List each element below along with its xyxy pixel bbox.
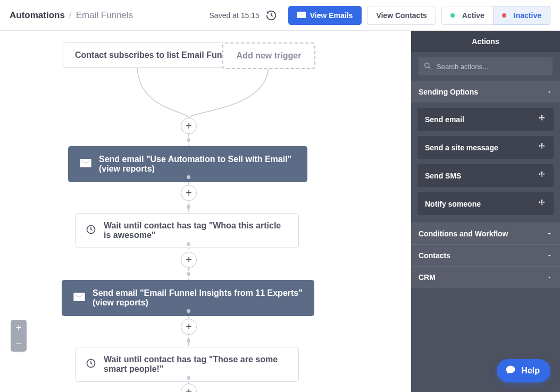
drag-handle-icon bbox=[538, 114, 546, 124]
clock-icon bbox=[86, 358, 96, 371]
add-trigger-label: Add new trigger bbox=[237, 51, 302, 60]
view-contacts-label: View Contacts bbox=[376, 11, 427, 20]
chat-icon bbox=[505, 364, 516, 377]
saved-text: Saved at 15:15 bbox=[210, 11, 260, 20]
connector-dot bbox=[187, 205, 190, 209]
view-emails-button[interactable]: View Emails bbox=[288, 6, 362, 25]
connector-dot bbox=[187, 175, 190, 179]
status-inactive-button[interactable]: Inactive bbox=[494, 6, 550, 25]
add-step-button[interactable]: + bbox=[181, 118, 197, 134]
breadcrumb-separator: / bbox=[69, 10, 72, 21]
zoom-out-button[interactable]: − bbox=[11, 336, 27, 352]
accordion-header-conditions[interactable]: Conditions and Workflow bbox=[411, 223, 560, 244]
accordion-header-crm[interactable]: CRM bbox=[411, 266, 560, 288]
add-step-button[interactable]: + bbox=[181, 319, 197, 335]
send-email-step-label: Send email "Use Automation to Sell with … bbox=[99, 155, 296, 174]
status-active-label: Active bbox=[462, 11, 484, 20]
drag-handle-icon bbox=[538, 171, 546, 181]
mail-icon bbox=[80, 159, 91, 169]
accordion-header-sending[interactable]: Sending Options bbox=[411, 81, 560, 103]
chevron-up-icon bbox=[546, 89, 553, 95]
accordion-header-contacts[interactable]: Contacts bbox=[411, 244, 560, 266]
history-icon[interactable] bbox=[264, 8, 279, 23]
action-send-email[interactable]: Send email bbox=[417, 108, 554, 131]
drag-handle-icon bbox=[538, 199, 546, 209]
action-notify-someone[interactable]: Notify someone bbox=[417, 192, 554, 215]
connector-dot bbox=[187, 309, 190, 313]
view-contacts-button[interactable]: View Contacts bbox=[367, 6, 436, 25]
chevron-down-icon bbox=[546, 252, 553, 259]
action-send-sms[interactable]: Send SMS bbox=[417, 164, 554, 187]
view-emails-label: View Emails bbox=[310, 11, 353, 20]
connector-dot bbox=[187, 376, 190, 380]
mail-icon bbox=[297, 11, 306, 20]
actions-sidebar: Actions Sending Options Send email Send … bbox=[411, 31, 560, 392]
accordion-label: Conditions and Workflow bbox=[419, 229, 508, 238]
add-step-button[interactable]: + bbox=[181, 252, 197, 268]
search-icon bbox=[424, 62, 431, 71]
action-send-site-message[interactable]: Send a site message bbox=[417, 136, 554, 159]
action-label: Send SMS bbox=[425, 172, 461, 180]
connector-lines bbox=[0, 31, 411, 392]
top-bar: Automations / Email Funnels Saved at 15:… bbox=[0, 0, 560, 31]
breadcrumb-leaf[interactable]: Email Funnels bbox=[76, 10, 133, 21]
status-dot-inactive bbox=[502, 13, 506, 18]
help-button[interactable]: Help bbox=[497, 359, 550, 382]
sidebar-search bbox=[411, 52, 560, 81]
status-active-button[interactable]: Active bbox=[441, 6, 494, 25]
add-step-button[interactable]: + bbox=[181, 384, 197, 392]
send-email-step-label: Send email "Email Funnel Insights from 1… bbox=[93, 288, 303, 308]
help-label: Help bbox=[521, 366, 540, 376]
wait-step-label: Wait until contact has tag "Whoa this ar… bbox=[104, 221, 289, 240]
breadcrumb: Automations / Email Funnels bbox=[10, 10, 133, 21]
zoom-in-button[interactable]: + bbox=[11, 320, 27, 336]
chevron-down-icon bbox=[546, 231, 553, 237]
action-label: Notify someone bbox=[425, 200, 481, 208]
drag-handle-icon bbox=[538, 142, 546, 152]
trigger-card-label: Contact subscribes to list Email Funnels bbox=[75, 50, 239, 59]
mail-icon bbox=[73, 293, 85, 303]
connector-dot bbox=[187, 138, 190, 142]
breadcrumb-root[interactable]: Automations bbox=[10, 10, 65, 21]
connector-dot bbox=[187, 272, 190, 276]
chevron-down-icon bbox=[546, 274, 553, 280]
connector-dot bbox=[187, 242, 190, 246]
status-dot-active bbox=[450, 13, 455, 18]
add-step-button[interactable]: + bbox=[181, 185, 197, 201]
action-label: Send email bbox=[425, 115, 464, 124]
workflow-canvas[interactable]: Contact subscribes to list Email Funnels… bbox=[0, 31, 411, 392]
wait-step-label: Wait until contact has tag "Those are so… bbox=[104, 355, 289, 374]
sidebar-title: Actions bbox=[411, 31, 560, 52]
accordion-label: Contacts bbox=[419, 251, 450, 260]
search-input[interactable] bbox=[436, 62, 547, 71]
saved-status: Saved at 15:15 bbox=[210, 8, 279, 23]
status-toggle: Active Inactive bbox=[441, 6, 550, 25]
accordion-label: CRM bbox=[419, 273, 436, 282]
add-trigger-card[interactable]: Add new trigger bbox=[222, 42, 315, 69]
zoom-controls: + − bbox=[11, 320, 27, 352]
clock-icon bbox=[86, 224, 96, 237]
action-label: Send a site message bbox=[425, 143, 498, 152]
status-inactive-label: Inactive bbox=[514, 11, 541, 20]
accordion-body-sending: Send email Send a site message Send SMS … bbox=[411, 103, 560, 223]
connector-dot bbox=[187, 339, 190, 343]
accordion-label: Sending Options bbox=[419, 88, 478, 96]
